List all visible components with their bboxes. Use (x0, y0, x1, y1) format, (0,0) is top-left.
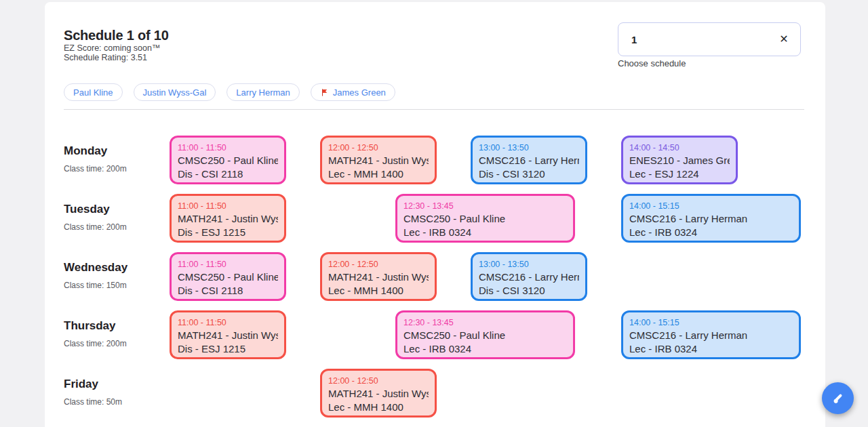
class-course: CMSC216 - Larry Herman (479, 270, 579, 284)
day-label: Friday (64, 378, 98, 391)
class-card: 14:00 - 14:50ENES210 - James GreenLec - … (621, 136, 738, 184)
class-location: Dis - CSI 3120 (479, 167, 579, 181)
class-time: 14:00 - 14:50 (629, 142, 730, 154)
class-course: MATH241 - Justin Wyss-Gal (328, 154, 429, 167)
class-card: 14:00 - 15:15CMSC216 - Larry HermanLec -… (621, 194, 801, 243)
day-class-time: Class time: 150m (64, 281, 127, 290)
class-location: Dis - CSI 3120 (479, 284, 579, 298)
day-class-time: Class time: 50m (64, 397, 122, 407)
class-location: Dis - CSI 2118 (178, 167, 278, 181)
class-card: 11:00 - 11:50CMSC250 - Paul KlineDis - C… (170, 252, 286, 301)
class-card: 11:00 - 11:50MATH241 - Justin Wyss-GalDi… (170, 310, 286, 359)
class-course: CMSC250 - Paul Kline (403, 329, 567, 342)
class-course: CMSC250 - Paul Kline (178, 270, 278, 284)
class-course: CMSC216 - Larry Herman (479, 154, 579, 167)
class-card: 12:00 - 12:50MATH241 - Justin Wyss-GalLe… (320, 369, 437, 418)
class-time: 11:00 - 11:50 (178, 317, 278, 329)
schedule-panel: Schedule 1 of 10 EZ Score: coming soon™ … (45, 2, 825, 427)
class-card: 12:00 - 12:50MATH241 - Justin Wyss-GalLe… (320, 252, 437, 301)
class-course: MATH241 - Justin Wyss-Gal (328, 270, 429, 284)
class-location: Lec - MMH 1400 (328, 401, 429, 414)
day-class-time: Class time: 200m (64, 164, 127, 174)
class-location: Dis - ESJ 1215 (178, 342, 278, 356)
schedule-grid: MondayClass time: 200m11:00 - 11:50CMSC2… (45, 2, 825, 427)
class-location: Dis - CSI 2118 (178, 284, 278, 298)
day-label: Tuesday (64, 203, 110, 216)
class-course: CMSC250 - Paul Kline (178, 154, 278, 167)
class-location: Lec - IRB 0324 (629, 342, 793, 356)
class-course: CMSC216 - Larry Herman (629, 329, 793, 342)
class-location: Lec - MMH 1400 (328, 167, 429, 181)
class-course: CMSC250 - Paul Kline (403, 212, 567, 226)
class-time: 14:00 - 15:15 (629, 317, 793, 329)
class-location: Lec - ESJ 1224 (629, 167, 730, 181)
class-card: 13:00 - 13:50CMSC216 - Larry HermanDis -… (471, 136, 587, 184)
class-location: Lec - IRB 0324 (403, 226, 567, 239)
day-label: Monday (64, 144, 107, 158)
class-time: 12:00 - 12:50 (328, 142, 429, 154)
class-location: Lec - IRB 0324 (629, 226, 793, 239)
class-location: Dis - ESJ 1215 (178, 226, 278, 239)
day-label: Wednesday (64, 261, 127, 274)
day-class-time: Class time: 200m (64, 339, 127, 348)
class-card: 11:00 - 11:50MATH241 - Justin Wyss-GalDi… (170, 194, 286, 243)
class-location: Lec - MMH 1400 (328, 284, 429, 298)
class-time: 11:00 - 11:50 (178, 200, 278, 212)
class-time: 11:00 - 11:50 (178, 258, 278, 270)
class-card: 14:00 - 15:15CMSC216 - Larry HermanLec -… (621, 310, 801, 359)
customize-fab[interactable] (822, 382, 854, 414)
day-class-time: Class time: 200m (64, 222, 127, 232)
day-label: Thursday (64, 319, 116, 333)
class-time: 12:00 - 12:50 (328, 258, 429, 270)
class-location: Lec - IRB 0324 (403, 342, 567, 356)
class-course: MATH241 - Justin Wyss-Gal (328, 387, 429, 401)
class-card: 12:30 - 13:45CMSC250 - Paul KlineLec - I… (395, 310, 575, 359)
class-card: 12:00 - 12:50MATH241 - Justin Wyss-GalLe… (320, 136, 437, 184)
class-course: ENES210 - James Green (629, 154, 730, 167)
class-course: CMSC216 - Larry Herman (629, 212, 793, 226)
class-time: 13:00 - 13:50 (479, 258, 579, 270)
class-time: 13:00 - 13:50 (479, 142, 579, 154)
class-card: 11:00 - 11:50CMSC250 - Paul KlineDis - C… (170, 136, 286, 184)
class-time: 12:00 - 12:50 (328, 375, 429, 387)
class-time: 11:00 - 11:50 (178, 142, 278, 154)
class-time: 12:30 - 13:45 (403, 317, 567, 329)
class-card: 12:30 - 13:45CMSC250 - Paul KlineLec - I… (395, 194, 575, 243)
class-time: 12:30 - 13:45 (403, 200, 567, 212)
class-time: 14:00 - 15:15 (629, 200, 793, 212)
brush-icon (831, 391, 846, 406)
class-course: MATH241 - Justin Wyss-Gal (178, 212, 278, 226)
class-course: MATH241 - Justin Wyss-Gal (178, 329, 278, 342)
class-card: 13:00 - 13:50CMSC216 - Larry HermanDis -… (471, 252, 587, 301)
